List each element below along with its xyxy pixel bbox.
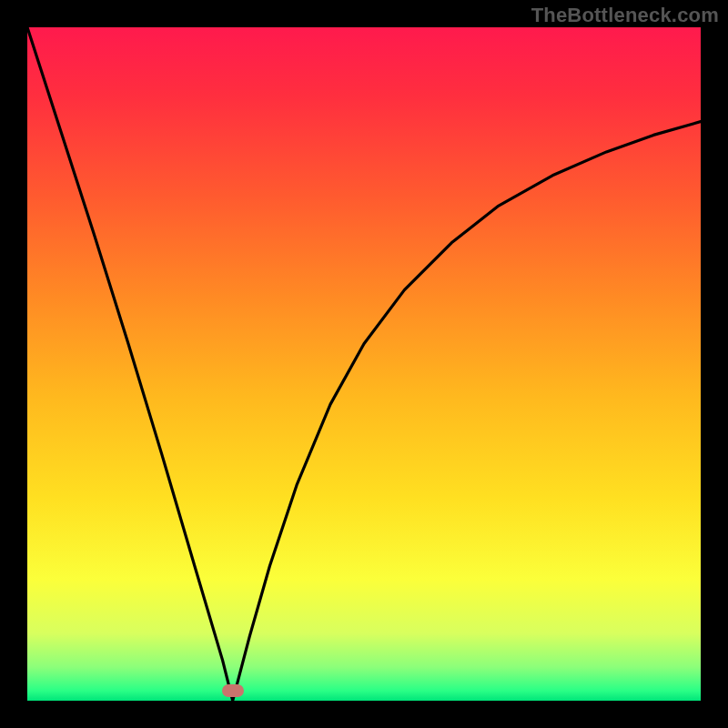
bottleneck-curve (27, 27, 701, 701)
optimum-marker (222, 684, 244, 697)
curve-path (27, 27, 701, 701)
watermark-text: TheBottleneck.com (531, 4, 719, 27)
plot-area (27, 27, 701, 701)
chart-frame: TheBottleneck.com (0, 0, 728, 728)
